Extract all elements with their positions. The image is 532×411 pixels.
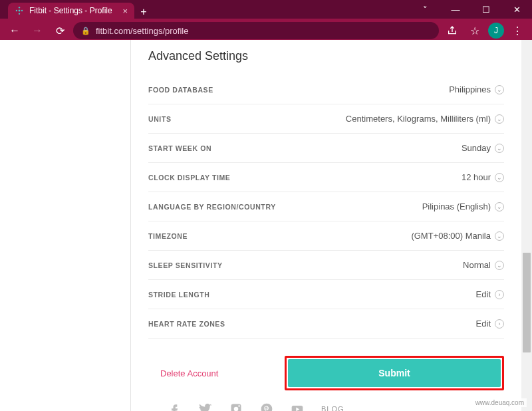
new-tab-button[interactable]: + bbox=[134, 3, 153, 21]
tab-close-icon[interactable]: × bbox=[122, 6, 128, 16]
menu-icon[interactable]: ⋮ bbox=[508, 21, 527, 40]
setting-value: Edit bbox=[476, 319, 491, 329]
setting-value: (GMT+08:00) Manila bbox=[411, 231, 491, 241]
svg-point-3 bbox=[16, 10, 17, 11]
setting-value: Edit bbox=[476, 289, 491, 299]
setting-label: FOOD DATABASE bbox=[148, 86, 213, 94]
browser-toolbar: ← → ⟳ 🔒 fitbit.com/settings/profile ☆ J … bbox=[0, 19, 532, 43]
submit-button[interactable]: Submit bbox=[288, 359, 501, 387]
window-dropdown-icon[interactable]: ˅ bbox=[410, 0, 440, 19]
chevron-down-icon: ⌄ bbox=[495, 114, 504, 124]
svg-point-1 bbox=[19, 10, 21, 12]
chevron-right-icon: › bbox=[495, 319, 504, 329]
setting-label: STRIDE LENGTH bbox=[148, 291, 209, 299]
page-viewport: Advanced Settings FOOD DATABASE Philippi… bbox=[0, 40, 532, 411]
forward-button[interactable]: → bbox=[28, 21, 47, 40]
setting-label: TIMEZONE bbox=[148, 232, 188, 240]
setting-label: SLEEP SENSITIVITY bbox=[148, 261, 223, 269]
settings-panel: Advanced Settings FOOD DATABASE Philippi… bbox=[131, 40, 521, 411]
browser-tab[interactable]: Fitbit - Settings - Profile × bbox=[8, 3, 134, 19]
section-heading: Advanced Settings bbox=[148, 49, 504, 63]
setting-row-food-database[interactable]: FOOD DATABASE Philippines⌄ bbox=[148, 75, 504, 104]
lock-icon: 🔒 bbox=[81, 27, 90, 35]
twitter-icon[interactable] bbox=[199, 402, 212, 411]
tab-title: Fitbit - Settings - Profile bbox=[29, 6, 112, 15]
window-minimize-button[interactable]: — bbox=[440, 0, 471, 19]
setting-value: Sunday bbox=[462, 143, 491, 153]
svg-point-2 bbox=[19, 13, 20, 15]
submit-highlight: Submit bbox=[285, 356, 504, 390]
address-bar[interactable]: 🔒 fitbit.com/settings/profile bbox=[73, 22, 439, 39]
setting-label: UNITS bbox=[148, 115, 172, 123]
setting-label: START WEEK ON bbox=[148, 144, 211, 152]
setting-label: LANGUAGE BY REGION/COUNTRY bbox=[148, 203, 276, 211]
scrollbar-thumb[interactable] bbox=[523, 253, 531, 352]
svg-point-4 bbox=[21, 10, 23, 11]
blog-link[interactable]: BLOG bbox=[321, 405, 344, 411]
reload-button[interactable]: ⟳ bbox=[51, 21, 69, 40]
setting-row-units[interactable]: UNITS Centimeters, Kilograms, Milliliter… bbox=[148, 104, 504, 134]
chevron-down-icon: ⌄ bbox=[495, 144, 504, 153]
facebook-icon[interactable] bbox=[168, 402, 182, 411]
setting-value: Philippines bbox=[449, 84, 491, 94]
profile-avatar[interactable]: J bbox=[488, 23, 504, 39]
setting-row-start-week[interactable]: START WEEK ON Sunday⌄ bbox=[148, 134, 504, 163]
setting-row-timezone[interactable]: TIMEZONE (GMT+08:00) Manila⌄ bbox=[148, 221, 504, 251]
actions-row: Delete Account Submit bbox=[148, 356, 504, 390]
left-gutter bbox=[0, 40, 131, 411]
share-icon[interactable] bbox=[443, 21, 462, 40]
setting-value: Pilipinas (English) bbox=[422, 202, 491, 211]
chevron-down-icon: ⌄ bbox=[495, 231, 504, 241]
scrollbar[interactable] bbox=[521, 40, 532, 411]
instagram-icon[interactable] bbox=[229, 402, 243, 411]
chevron-right-icon: › bbox=[495, 290, 504, 299]
chevron-down-icon: ⌄ bbox=[495, 85, 504, 94]
svg-point-7 bbox=[238, 405, 240, 407]
youtube-icon[interactable] bbox=[291, 402, 304, 411]
social-footer: BLOG bbox=[148, 390, 504, 411]
setting-label: HEART RATE ZONES bbox=[148, 320, 225, 328]
bookmark-icon[interactable]: ☆ bbox=[466, 21, 484, 40]
url-text: fitbit.com/settings/profile bbox=[96, 26, 188, 36]
fitbit-favicon-icon bbox=[15, 6, 24, 15]
setting-value: Normal bbox=[463, 260, 491, 270]
chevron-down-icon: ⌄ bbox=[495, 202, 504, 211]
window-maximize-button[interactable]: ☐ bbox=[471, 0, 501, 19]
setting-row-stride-length[interactable]: STRIDE LENGTH Edit› bbox=[148, 280, 504, 309]
chevron-down-icon: ⌄ bbox=[495, 261, 504, 270]
watermark: www.deuaq.com bbox=[473, 398, 527, 407]
delete-account-link[interactable]: Delete Account bbox=[148, 362, 230, 385]
setting-value: 12 hour bbox=[462, 172, 491, 182]
setting-row-clock-display[interactable]: CLOCK DISPLAY TIME 12 hour⌄ bbox=[148, 163, 504, 192]
setting-row-heart-rate-zones[interactable]: HEART RATE ZONES Edit› bbox=[148, 309, 504, 339]
svg-point-0 bbox=[19, 7, 20, 8]
setting-row-sleep-sensitivity[interactable]: SLEEP SENSITIVITY Normal⌄ bbox=[148, 251, 504, 280]
pinterest-icon[interactable] bbox=[260, 402, 273, 411]
chevron-down-icon: ⌄ bbox=[495, 173, 504, 182]
setting-label: CLOCK DISPLAY TIME bbox=[148, 174, 230, 182]
window-close-button[interactable]: ✕ bbox=[501, 0, 532, 19]
setting-value: Centimeters, Kilograms, Milliliters (ml) bbox=[346, 114, 491, 124]
back-button[interactable]: ← bbox=[5, 21, 24, 40]
setting-row-language[interactable]: LANGUAGE BY REGION/COUNTRY Pilipinas (En… bbox=[148, 192, 504, 221]
